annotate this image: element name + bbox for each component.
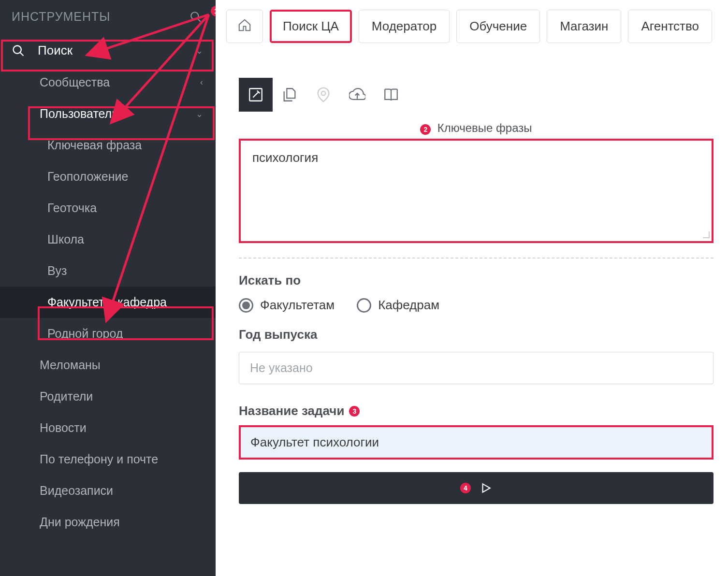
tab-label: Магазин: [560, 19, 608, 33]
tab-shop[interactable]: Магазин: [547, 10, 621, 43]
play-icon: [480, 482, 492, 494]
sidebar: ИНСТРУМЕНТЫ Поиск ⌄ Сообщества ‹ Пользов…: [0, 0, 216, 576]
sidebar-header: ИНСТРУМЕНТЫ: [0, 0, 216, 34]
radio-icon: [357, 298, 371, 313]
toolbar: [216, 78, 728, 112]
sidebar-item-melomany[interactable]: Меломаны: [0, 349, 216, 381]
keywords-label: Ключевые фразы: [437, 121, 532, 134]
tool-edit[interactable]: [239, 78, 273, 112]
nav-label: Геоположение: [47, 170, 128, 184]
nav-label: Видеозаписи: [40, 484, 113, 498]
tab-moderator[interactable]: Модератор: [359, 10, 450, 43]
nav-label: Родители: [40, 389, 93, 403]
tab-label: Агентство: [641, 19, 699, 33]
radio-group-searchby: Факультетам Кафедрам: [239, 298, 713, 313]
tool-upload[interactable]: [340, 78, 374, 112]
tab-label: Модератор: [372, 19, 437, 33]
tool-copy[interactable]: [273, 78, 306, 112]
chevron-left-icon: ‹: [200, 77, 203, 87]
sidebar-title: ИНСТРУМЕНТЫ: [12, 10, 110, 24]
annotation-badge-4: 4: [460, 483, 471, 493]
annotation-badge-2: 2: [420, 124, 431, 135]
sidebar-item-faculty[interactable]: Факультет и кафедра: [0, 287, 216, 318]
radio-icon: [239, 298, 253, 313]
search-icon[interactable]: [189, 11, 202, 23]
nav-label: Вуз: [47, 264, 67, 278]
svg-point-8: [321, 91, 326, 96]
task-label-row: Название задачи 3: [239, 403, 713, 418]
sidebar-item-users[interactable]: Пользователи ⌄: [0, 98, 216, 130]
top-tabs: Поиск ЦА Модератор Обучение Магазин Аген…: [216, 0, 728, 54]
sidebar-item-keyword[interactable]: Ключевая фраза: [0, 130, 216, 161]
nav-label: Поиск: [38, 43, 73, 58]
svg-line-1: [197, 18, 201, 22]
sidebar-item-univ[interactable]: Вуз: [0, 255, 216, 287]
chevron-down-icon: ⌄: [196, 45, 203, 56]
year-label: Год выпуска: [239, 327, 713, 342]
run-button[interactable]: 4: [239, 472, 713, 504]
sidebar-item-video[interactable]: Видеозаписи: [0, 475, 216, 506]
keywords-label-row: 2 Ключевые фразы: [239, 112, 713, 139]
nav-label: Геоточка: [47, 201, 97, 215]
nav-label: Пользователи: [40, 107, 118, 121]
resize-handle[interactable]: [241, 239, 712, 241]
sidebar-item-news[interactable]: Новости: [0, 412, 216, 444]
tab-home[interactable]: [226, 10, 263, 43]
nav-label: Дни рождения: [40, 515, 120, 529]
tab-label: Поиск ЦА: [283, 19, 339, 33]
tab-agency[interactable]: Агентство: [628, 10, 712, 43]
search-icon: [12, 44, 25, 58]
chevron-down-icon: ⌄: [196, 109, 203, 119]
svg-point-2: [14, 45, 21, 53]
nav-label: Факультет и кафедра: [47, 295, 167, 309]
sidebar-item-parents[interactable]: Родители: [0, 381, 216, 412]
radio-label: Факультетам: [260, 298, 335, 313]
nav-label: Школа: [47, 232, 84, 246]
sidebar-item-geopoint[interactable]: Геоточка: [0, 192, 216, 224]
task-label: Название задачи: [239, 403, 344, 418]
nav-label: Родной город: [47, 327, 123, 341]
sidebar-item-communities[interactable]: Сообщества ‹: [0, 67, 216, 98]
radio-faculties[interactable]: Факультетам: [239, 298, 335, 313]
tab-label: Обучение: [469, 19, 527, 33]
task-name-input[interactable]: [241, 427, 712, 458]
tab-training[interactable]: Обучение: [456, 10, 540, 43]
radio-label: Кафедрам: [378, 298, 439, 313]
nav-label: Меломаны: [40, 358, 101, 372]
nav-label: Сообщества: [40, 75, 110, 89]
sidebar-item-birthday[interactable]: Дни рождения: [0, 506, 216, 538]
keywords-box: [239, 139, 713, 243]
search-by-label: Искать по: [239, 273, 713, 288]
tool-book[interactable]: [374, 78, 408, 112]
year-input[interactable]: [239, 352, 713, 384]
annotation-badge-3: 3: [349, 406, 360, 417]
nav-label: Ключевая фраза: [47, 138, 142, 152]
sidebar-item-phone[interactable]: По телефону и почте: [0, 444, 216, 475]
nav-label: По телефону и почте: [40, 452, 158, 466]
nav-label: Новости: [40, 421, 87, 435]
separator: [239, 258, 713, 259]
sidebar-item-school[interactable]: Школа: [0, 224, 216, 255]
sidebar-item-hometown[interactable]: Родной город: [0, 318, 216, 349]
main-content: Поиск ЦА Модератор Обучение Магазин Аген…: [216, 0, 728, 576]
tab-search-ta[interactable]: Поиск ЦА: [270, 10, 352, 43]
sidebar-item-search[interactable]: Поиск ⌄: [0, 34, 216, 67]
radio-departments[interactable]: Кафедрам: [357, 298, 439, 313]
keywords-textarea[interactable]: [241, 141, 712, 237]
sidebar-item-geoloc[interactable]: Геоположение: [0, 161, 216, 192]
tool-location[interactable]: [306, 78, 340, 112]
task-input-wrap: [239, 425, 713, 460]
svg-line-3: [20, 52, 24, 56]
svg-point-0: [191, 12, 198, 19]
